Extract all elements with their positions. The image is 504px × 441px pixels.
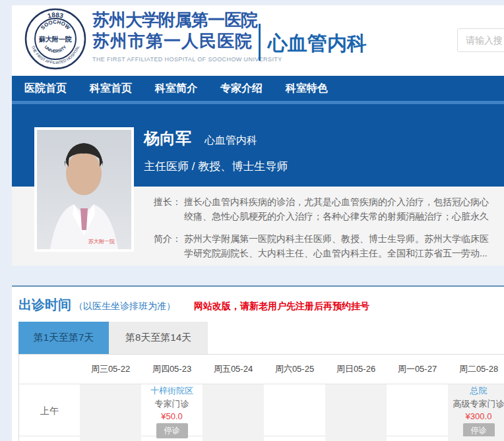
schedule-cell-empty	[80, 384, 141, 438]
specialty-row: 擅长： 擅长心血管内科疾病的诊治，尤其是心血管疾病的介入治疗，包括冠心病心绞痛、…	[154, 194, 497, 223]
seal-arc-text: THE FIRST AFFILIATED HOSPITAL	[31, 45, 80, 65]
col-header-sat: 周六05-25	[264, 355, 325, 384]
page: 1883 THE FIRST AFFILIATED HOSPITAL SOOCH…	[0, 0, 504, 441]
schedule-table-header: 周三05-22 周四05-23 周五05-24 周六05-25 周日05-26 …	[19, 355, 504, 384]
svg-text:THE FIRST AFFILIATED HOSPITAL: THE FIRST AFFILIATED HOSPITAL	[31, 45, 80, 65]
doctor-photo: 苏大附一院	[34, 127, 134, 252]
seal-center-text: 蘇大附一院	[38, 36, 72, 43]
doctor-name-row: 杨向军 心血管内科	[144, 128, 257, 149]
specialty-label: 擅长：	[154, 194, 184, 223]
search-input[interactable]	[457, 28, 504, 52]
header-divider	[259, 24, 261, 61]
doctor-name: 杨向军	[144, 128, 191, 149]
clinic-link[interactable]: 十梓街院区	[150, 385, 193, 397]
hospital-name-line1: 苏州大学附属第一医院	[92, 9, 282, 30]
seal-university: UNIVERSITY	[44, 44, 67, 53]
main-nav: 医院首页 科室首页 科室简介 专家介绍 科室特色	[12, 76, 504, 101]
nav-item-dept-home[interactable]: 科室首页	[90, 82, 132, 96]
seal-year: 1883	[47, 11, 65, 20]
price-label: ¥50.0	[161, 411, 183, 421]
schedule-subtitle: （以医生坐诊排班为准）	[74, 301, 175, 312]
nav-item-dept-intro[interactable]: 科室简介	[155, 82, 197, 96]
hospital-brand: 苏州大学附属第一医院 苏州市第一人民医院 THE FIRST AFFILIATE…	[92, 9, 282, 63]
table-row-partial	[19, 436, 504, 441]
col-header-wed: 周三05-22	[80, 355, 141, 384]
schedule-cell-empty	[387, 384, 448, 438]
svg-text:1883: 1883	[47, 11, 65, 20]
hospital-seal-logo: 1883 THE FIRST AFFILIATED HOSPITAL SOOCH…	[24, 8, 86, 70]
col-header-sun: 周日05-26	[325, 355, 387, 384]
schedule-table: 周三05-22 周四05-23 周五05-24 周六05-25 周日05-26 …	[18, 354, 504, 441]
tab-days-1-7[interactable]: 第1天至第7天	[18, 322, 109, 354]
schedule-cell-appointment: 十梓街院区 专家门诊 ¥50.0 停诊	[141, 384, 203, 438]
hospital-name-line2: 苏州市第一人民医院	[92, 30, 282, 51]
clinic-link[interactable]: 总院	[470, 385, 488, 397]
nav-item-experts[interactable]: 专家介绍	[220, 82, 263, 96]
schedule-cell-empty	[264, 384, 325, 438]
photo-watermark: 苏大附一院	[88, 239, 115, 245]
nav-item-hospital-home[interactable]: 医院首页	[24, 82, 67, 96]
svg-text:SOOCHOW: SOOCHOW	[40, 19, 71, 31]
clinic-type: 专家门诊	[155, 398, 189, 410]
col-header-tue: 周二05-28	[448, 355, 504, 384]
doctor-department: 心血管内科	[205, 134, 257, 148]
hospital-name-english: THE FIRST AFFILIATED HOSPITAL OF SOOCHOW…	[92, 56, 282, 63]
doctor-title: 主任医师 / 教授、博士生导师	[144, 159, 288, 174]
doctor-info-block: 擅长： 擅长心血管内科疾病的诊治，尤其是心血管疾病的介入治疗，包括冠心病心绞痛、…	[154, 194, 497, 268]
schedule-title: 出诊时间	[18, 296, 71, 314]
col-header-mon: 周一05-27	[387, 355, 448, 384]
seal-soochow: SOOCHOW	[40, 19, 71, 31]
schedule-cell-appointment: 总院 高级专家门诊 ¥300.0 停诊	[448, 384, 504, 438]
schedule-cell-empty	[325, 384, 387, 438]
nav-item-dept-features[interactable]: 科室特色	[286, 82, 328, 96]
col-header-fri: 周五05-24	[203, 355, 264, 384]
svg-text:UNIVERSITY: UNIVERSITY	[44, 44, 67, 53]
bio-row: 简介： 苏州大学附属第一医院内科主任医师、教授、博士生导师。苏州大学临床医学研究…	[154, 231, 497, 260]
tab-days-8-14[interactable]: 第8天至第14天	[109, 322, 208, 354]
table-row-morning: 上午 十梓街院区 专家门诊 ¥50.0 停诊 总院 高级专家门诊 ¥300.0 …	[19, 384, 504, 436]
doctor-portrait-placeholder: 苏大附一院	[37, 130, 131, 249]
price-label: ¥300.0	[466, 411, 492, 421]
bio-label: 简介：	[154, 231, 184, 260]
schedule-tabs: 第1天至第7天 第8天至第14天	[18, 322, 208, 354]
bio-text: 苏州大学附属第一医院内科主任医师、教授、博士生导师。苏州大学临床医学研究院副院长…	[184, 231, 494, 260]
specialty-text: 擅长心血管内科疾病的诊治，尤其是心血管疾病的介入治疗，包括冠心病心绞痛、急性心肌…	[184, 194, 494, 223]
schedule-panel: 出诊时间 （以医生坐诊排班为准） 网站改版，请新老用户先注册后再预约挂号 第1天…	[12, 285, 504, 441]
schedule-cell-empty	[203, 384, 264, 438]
department-title: 心血管内科	[268, 30, 367, 57]
schedule-notice: 网站改版，请新老用户先注册后再预约挂号	[194, 301, 369, 312]
col-header-thu: 周四05-23	[141, 355, 203, 384]
time-slot-label: 上午	[19, 384, 80, 438]
schedule-header: 出诊时间 （以医生坐诊排班为准） 网站改版，请新老用户先注册后再预约挂号	[18, 296, 369, 314]
col-header-empty	[19, 355, 80, 384]
clinic-type: 高级专家门诊	[453, 398, 504, 410]
site-header: 1883 THE FIRST AFFILIATED HOSPITAL SOOCH…	[12, 5, 504, 76]
